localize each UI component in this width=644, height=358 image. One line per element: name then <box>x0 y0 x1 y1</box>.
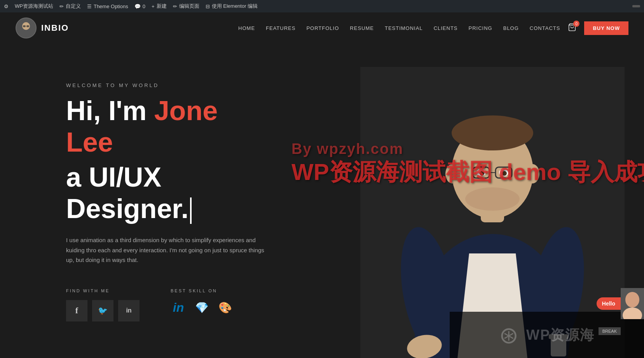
nav-link-clients[interactable]: CLIENTS <box>434 25 458 31</box>
nav-item-testimonial[interactable]: TESTIMONIAL <box>385 24 423 31</box>
admin-bar-right <box>632 5 640 7</box>
nav-item-resume[interactable]: RESUME <box>350 24 374 31</box>
chat-hello-bubble[interactable]: Hello <box>597 297 621 310</box>
nav-link-testimonial[interactable]: TESTIMONIAL <box>385 25 423 31</box>
best-skill-label: BEST SKILL ON <box>171 288 233 293</box>
cursor-blink <box>190 197 192 224</box>
nav-link-features[interactable]: FEATURES <box>266 25 295 31</box>
wp-icon: ⚙ <box>4 3 9 9</box>
elementor-label: 使用 Elementor 编辑 <box>212 3 258 10</box>
comment-count: 0 <box>143 3 145 9</box>
svg-rect-3 <box>26 25 29 27</box>
linkedin-skill-icon[interactable]: in <box>171 300 186 316</box>
nav-link-portfolio[interactable]: PORTFOLIO <box>306 25 339 31</box>
skill-icons: in 💎 🎨 <box>171 300 233 316</box>
twitter-icon: 🐦 <box>98 306 108 315</box>
figma-icon: 🎨 <box>218 301 232 314</box>
theme-options-label: Theme Options <box>94 3 128 9</box>
navbar-menu: HOME FEATURES PORTFOLIO RESUME TESTIMONI… <box>238 24 560 31</box>
hero-title-plain: Hi, I'm <box>66 96 154 126</box>
navbar: INBIO HOME FEATURES PORTFOLIO RESUME TES… <box>0 12 644 44</box>
comment-icon: 💬 <box>134 3 141 9</box>
edit-icon: ✏ <box>173 3 177 9</box>
wp-logo-icon: ⊛ <box>499 321 518 349</box>
linkedin-icon-box[interactable]: in <box>118 300 140 321</box>
admin-site-name[interactable]: WP资源海测试站 <box>15 3 53 10</box>
chat-widget[interactable]: Hello <box>597 288 644 319</box>
nav-item-contacts[interactable]: CONTACTS <box>530 24 560 31</box>
nav-item-portfolio[interactable]: PORTFOLIO <box>306 24 339 31</box>
social-icons: f 🐦 in <box>66 300 140 321</box>
nav-link-contacts[interactable]: CONTACTS <box>530 25 560 31</box>
linkedin-icon: in <box>126 307 131 314</box>
nav-link-blog[interactable]: BLOG <box>503 25 519 31</box>
watermark-line2: WP资源海测试截图 demo 导入成功！ <box>291 159 644 185</box>
avatar <box>16 17 37 38</box>
admin-comments[interactable]: 💬 0 <box>134 3 145 9</box>
find-with-me-section: FIND WITH ME f 🐦 in <box>66 288 140 321</box>
nav-item-pricing[interactable]: PRICING <box>469 24 492 31</box>
hero-title-line2: a UI/UX Designer. <box>66 162 272 224</box>
break-bar: BREAK <box>599 327 621 335</box>
hero-bottom: FIND WITH ME f 🐦 in BEST SKILL ON <box>66 288 272 321</box>
hero-section: WELCOME TO MY WORLD Hi, I'm Jone Lee a U… <box>0 44 644 358</box>
linkedin-skill: in <box>173 300 184 315</box>
admin-customize[interactable]: ✏ 自定义 <box>59 3 81 10</box>
admin-theme-options[interactable]: ☰ Theme Options <box>87 3 128 9</box>
hero-description: I use animation as a third dimension by … <box>66 235 272 265</box>
svg-rect-2 <box>23 25 26 27</box>
hero-subtitle: WELCOME TO MY WORLD <box>66 82 272 88</box>
break-label: BREAK <box>602 329 617 334</box>
watermark-overlay: By wpzyh.com WP资源海测试截图 demo 导入成功！ <box>291 141 644 185</box>
nav-link-resume[interactable]: RESUME <box>350 25 374 31</box>
customize-icon: ✏ <box>59 3 64 9</box>
facebook-icon-box[interactable]: f <box>66 300 87 321</box>
nav-item-home[interactable]: HOME <box>238 24 255 31</box>
best-skill-section: BEST SKILL ON in 💎 🎨 <box>171 288 233 321</box>
nav-item-blog[interactable]: BLOG <box>503 24 519 31</box>
admin-site-label: WP资源海测试站 <box>15 3 53 10</box>
hero-title-designer: a UI/UX Designer. <box>66 162 188 224</box>
elementor-icon: ⊟ <box>206 3 210 9</box>
nav-item-clients[interactable]: CLIENTS <box>434 24 458 31</box>
facebook-icon: f <box>75 306 78 316</box>
plus-icon: + <box>152 3 155 9</box>
find-with-me-label: FIND WITH ME <box>66 288 140 293</box>
customize-label: 自定义 <box>66 3 81 10</box>
nav-link-home[interactable]: HOME <box>238 25 255 31</box>
navbar-logo-text: INBIO <box>41 23 69 33</box>
watermark-line1: By wpzyh.com <box>291 141 644 157</box>
chat-avatar-widget[interactable] <box>621 288 644 319</box>
svg-point-26 <box>625 292 639 307</box>
svg-point-17 <box>465 187 520 211</box>
admin-edit-page[interactable]: ✏ 编辑页面 <box>173 3 199 10</box>
admin-wp-logo[interactable]: ⚙ <box>4 3 9 9</box>
menu-icon: ☰ <box>87 3 92 9</box>
navbar-cart[interactable]: 0 <box>568 23 576 33</box>
twitter-icon-box[interactable]: 🐦 <box>92 300 113 321</box>
navbar-logo[interactable]: INBIO <box>16 17 69 38</box>
cart-badge: 0 <box>573 21 579 27</box>
edit-page-label: 编辑页面 <box>179 3 199 10</box>
sketch-skill-icon[interactable]: 💎 <box>194 300 209 316</box>
svg-point-1 <box>20 30 32 36</box>
buy-now-button[interactable]: BUY NOW <box>584 21 628 35</box>
figma-skill-icon[interactable]: 🎨 <box>217 300 233 316</box>
nav-item-features[interactable]: FEATURES <box>266 24 295 31</box>
admin-new-post[interactable]: + 新建 <box>152 3 167 10</box>
sketch-icon: 💎 <box>195 301 209 314</box>
admin-elementor[interactable]: ⊟ 使用 Elementor 编辑 <box>206 3 258 10</box>
nav-link-pricing[interactable]: PRICING <box>469 25 492 31</box>
admin-bar: ⚙ WP资源海测试站 ✏ 自定义 ☰ Theme Options 💬 0 + 新… <box>0 0 644 12</box>
admin-gray-button[interactable] <box>632 5 640 7</box>
new-post-label: 新建 <box>157 3 167 10</box>
hero-content: WELCOME TO MY WORLD Hi, I'm Jone Lee a U… <box>0 44 272 345</box>
wp-resource-text: WP资源海 <box>526 326 595 345</box>
hero-title-line1: Hi, I'm Jone Lee <box>66 95 272 158</box>
